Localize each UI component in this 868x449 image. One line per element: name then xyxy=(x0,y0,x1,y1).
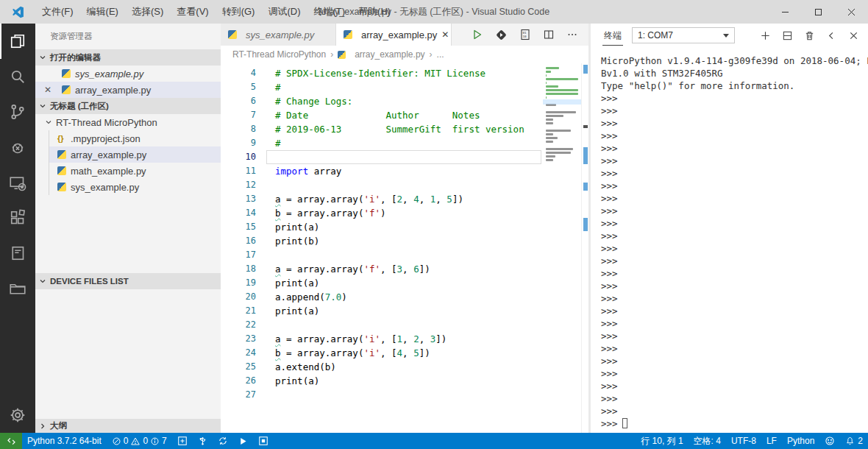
close-tab-icon[interactable]: ✕ xyxy=(441,29,449,40)
code-line[interactable]: 23a = array.array('i', [1, 2, 3]) xyxy=(221,332,543,346)
kill-terminal-trash-icon[interactable] xyxy=(804,30,815,41)
tree-children: {}.mpyproject.jsonarray_example.pymath_e… xyxy=(49,130,221,195)
tab-sys-example[interactable]: sys_example.py xyxy=(221,24,336,46)
search-icon[interactable] xyxy=(0,59,35,94)
breadcrumb-folder[interactable]: RT-Thread MicroPython xyxy=(232,49,326,60)
source-control-icon[interactable] xyxy=(0,94,35,130)
binary-document-icon[interactable]: 0110 xyxy=(519,29,531,40)
micropython-run-icon[interactable] xyxy=(495,29,508,41)
minimap-line xyxy=(546,93,578,95)
code-line[interactable]: 6# Change Logs: xyxy=(221,94,543,108)
tree-item[interactable]: array_example.py xyxy=(49,146,221,163)
tree-item[interactable]: sys_example.py xyxy=(49,179,221,195)
stop-program-button[interactable] xyxy=(253,433,274,449)
menu-edit[interactable]: 编辑(E) xyxy=(80,0,125,24)
new-terminal-icon[interactable] xyxy=(760,30,771,41)
notes-icon[interactable] xyxy=(0,236,35,271)
minimap[interactable] xyxy=(543,63,581,433)
feedback-smiley-button[interactable] xyxy=(819,433,840,449)
code-line[interactable]: 24b = array.array('i', [4, 5]) xyxy=(221,346,543,360)
language-mode[interactable]: Python xyxy=(782,433,819,449)
code-line[interactable]: 13a = array.array('i', [2, 4, 1, 5]) xyxy=(221,192,543,206)
close-panel-icon[interactable] xyxy=(848,30,859,41)
split-terminal-icon[interactable] xyxy=(782,30,793,41)
chevron-down-icon xyxy=(38,53,47,62)
open-editor-item[interactable]: ✕array_example.py xyxy=(35,82,221,98)
outline-section-header[interactable]: 大纲 xyxy=(35,419,221,433)
problems-status[interactable]: 0 0 7 xyxy=(107,433,172,449)
code-line[interactable]: 27 xyxy=(221,388,543,402)
tab-terminal[interactable]: 终端 xyxy=(602,25,623,46)
terminal-instance-select[interactable]: 1: COM7 xyxy=(632,27,735,43)
code-line[interactable]: 25a.extend(b) xyxy=(221,360,543,374)
menu-file[interactable]: 文件(F) xyxy=(35,0,80,24)
minimize-button[interactable] xyxy=(769,0,802,24)
code-line[interactable]: 20a.append(7.0) xyxy=(221,290,543,304)
tab-array-example[interactable]: array_example.py ✕ xyxy=(336,24,452,46)
notifications-bell[interactable]: 2 xyxy=(840,433,868,449)
open-editor-item[interactable]: sys_example.py xyxy=(35,66,221,82)
run-program-button[interactable] xyxy=(233,433,253,449)
eol-sequence[interactable]: LF xyxy=(761,433,782,449)
python-interpreter[interactable]: Python 3.7.2 64-bit xyxy=(22,433,107,449)
code-line[interactable]: 18a = array.array('f', [3, 6]) xyxy=(221,262,543,276)
code-line[interactable]: 17 xyxy=(221,248,543,262)
sync-download-button[interactable] xyxy=(213,433,233,449)
status-bar-right: 行 10, 列 1 空格: 4 UTF-8 LF Python 2 xyxy=(636,433,868,449)
encoding[interactable]: UTF-8 xyxy=(726,433,761,449)
code-line[interactable]: 11import array xyxy=(221,164,543,178)
menu-view[interactable]: 查看(V) xyxy=(170,0,215,24)
terminal-prompt: >>> xyxy=(601,267,868,280)
code-line[interactable]: 21print(a) xyxy=(221,304,543,318)
menu-selection[interactable]: 选择(S) xyxy=(125,0,170,24)
device-add-button[interactable] xyxy=(172,433,193,449)
explorer-icon[interactable] xyxy=(0,24,35,59)
more-actions-icon[interactable] xyxy=(566,29,578,40)
indentation[interactable]: 空格: 4 xyxy=(689,433,726,449)
code-line[interactable]: 22 xyxy=(221,318,543,332)
code-line-text: print(a) xyxy=(256,374,319,388)
minimap-line xyxy=(546,85,558,88)
code-line[interactable]: 15print(a) xyxy=(221,220,543,234)
chevron-left-icon[interactable] xyxy=(826,30,837,41)
remote-device-icon[interactable] xyxy=(0,165,35,200)
code-editor[interactable]: 4# SPDX-License-Identifier: MIT License5… xyxy=(221,63,543,433)
usb-device-button[interactable] xyxy=(193,433,213,449)
code-line[interactable]: 4# SPDX-License-Identifier: MIT License xyxy=(221,66,543,80)
cursor-position[interactable]: 行 10, 列 1 xyxy=(636,433,688,449)
code-line[interactable]: 14b = array.array('f') xyxy=(221,206,543,220)
code-line[interactable]: 7# Date Author Notes xyxy=(221,108,543,122)
tree-item[interactable]: math_example.py xyxy=(49,163,221,179)
breadcrumb-symbol[interactable]: ... xyxy=(437,49,444,60)
device-files-section-header[interactable]: DEVICE FILES LIST xyxy=(35,273,221,289)
main-area: 资源管理器 打开的编辑器 sys_example.py✕array_exampl… xyxy=(0,24,868,433)
code-line[interactable]: 19print(a) xyxy=(221,276,543,290)
code-line[interactable]: 10 xyxy=(221,150,543,164)
debug-icon[interactable] xyxy=(0,130,35,165)
code-line[interactable]: 8# 2019-06-13 SummerGift first version xyxy=(221,122,543,136)
close-editor-icon[interactable]: ✕ xyxy=(44,85,51,95)
close-window-button[interactable] xyxy=(835,0,868,24)
workspace-section-header[interactable]: 无标题 (工作区) xyxy=(35,98,221,114)
settings-gear-icon[interactable] xyxy=(0,397,35,433)
remote-indicator[interactable] xyxy=(0,433,22,449)
tree-folder-rt-thread[interactable]: RT-Thread MicroPython xyxy=(35,114,221,130)
folder-icon[interactable] xyxy=(0,271,35,306)
code-line[interactable]: 26print(a) xyxy=(221,374,543,388)
tree-item[interactable]: {}.mpyproject.json xyxy=(49,130,221,146)
open-editors-section-header[interactable]: 打开的编辑器 xyxy=(35,49,221,66)
terminal-output[interactable]: MicroPython v1.9.4-114-g309fe39d on 2018… xyxy=(591,47,868,433)
minimap-line xyxy=(546,78,578,80)
breadcrumb-file[interactable]: array_example.py xyxy=(355,49,424,60)
extensions-icon[interactable] xyxy=(0,200,35,236)
code-line[interactable]: 12 xyxy=(221,178,543,192)
menu-debug[interactable]: 调试(D) xyxy=(261,0,307,24)
code-line[interactable]: 9# xyxy=(221,136,543,150)
code-line[interactable]: 5# xyxy=(221,80,543,94)
menu-go[interactable]: 转到(G) xyxy=(216,0,262,24)
code-line[interactable]: 16print(b) xyxy=(221,234,543,248)
maximize-button[interactable] xyxy=(802,0,835,24)
run-python-file-icon[interactable] xyxy=(472,29,483,40)
vscode-window: 文件(F)编辑(E)选择(S)查看(V)转到(G)调试(D)终端(T)帮助(H)… xyxy=(0,0,868,449)
split-editor-icon[interactable] xyxy=(543,29,555,40)
